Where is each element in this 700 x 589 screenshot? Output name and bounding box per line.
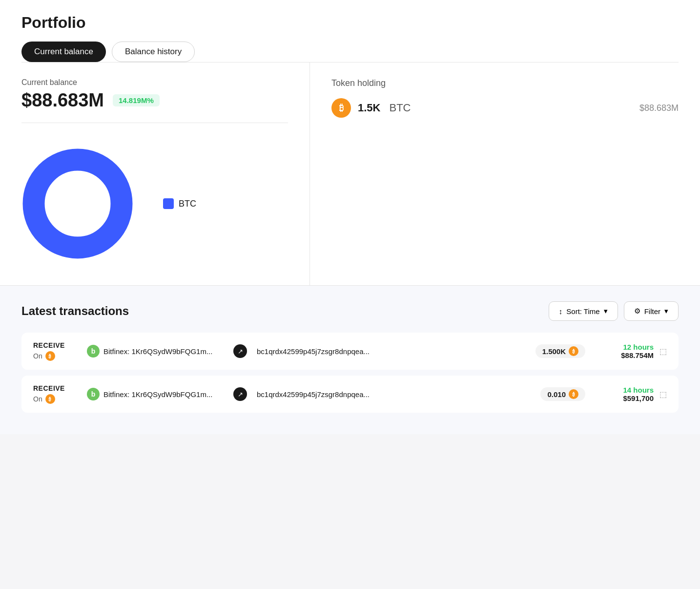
btn-group: ↕ Sort: Time ▾ ⚙ Filter ▾ [549,301,679,321]
external-link-icon[interactable]: ⬚ [659,347,667,356]
tab-balance-history[interactable]: Balance history [112,42,195,62]
token-value: $88.683M [639,103,679,113]
tx-amount-icon: ₿ [569,389,578,399]
tx-amount: 0.010 [547,390,566,399]
chart-area: BTC [21,138,288,270]
token-holding-title: Token holding [331,78,679,88]
source-text: Bitfinex: 1Kr6QSydW9bFQG1m... [103,347,212,356]
tab-bar: Current balance Balance history [21,42,679,63]
legend-label-btc: BTC [179,199,196,209]
tx-arrow-icon: ↗ [233,344,247,358]
balance-row: $88.683M 14.819M% [21,90,288,111]
table-row: RECEIVE On ₿ b Bitfinex: 1Kr6QSydW9bFQG1… [21,376,679,413]
btc-icon: ₿ [331,98,351,118]
tx-destination: bc1qrdx42599p45j7zsgr8dnpqea... [257,390,531,399]
transactions-header: Latest transactions ↕ Sort: Time ▾ ⚙ Fil… [21,301,679,321]
balance-amount: $88.683M [21,90,104,111]
svg-point-1 [51,177,104,231]
donut-chart [21,147,134,260]
sort-icon: ↕ [559,307,563,316]
page-container: Portfolio Current balance Balance histor… [0,0,700,434]
dest-text: bc1qrdx42599p45j7zsgr8dnpqea... [257,390,370,399]
token-symbol: BTC [389,102,411,114]
sort-chevron-icon: ▾ [604,307,608,316]
filter-chevron-icon: ▾ [664,307,668,316]
tx-value: $88.754M [595,351,654,359]
on-label: On [33,395,42,403]
tab-current-balance[interactable]: Current balance [21,42,106,62]
tx-amount: 1.500K [542,347,566,356]
sort-button[interactable]: ↕ Sort: Time ▾ [549,301,618,321]
tx-right-col: 14 hours $591,700 ⬚ [595,386,667,402]
external-link-icon[interactable]: ⬚ [659,390,667,399]
source-logo-icon: b [87,388,100,400]
tx-source: b Bitfinex: 1Kr6QSydW9bFQG1m... [87,345,224,358]
tx-amount-icon: ₿ [569,346,578,356]
page-title: Portfolio [21,14,679,32]
dest-text: bc1qrdx42599p45j7zsgr8dnpqea... [257,347,370,356]
legend-dot-btc [163,198,174,209]
sort-label: Sort: Time [566,307,599,316]
tx-type: RECEIVE [33,341,77,349]
balance-badge: 14.819M% [113,94,160,106]
balance-label: Current balance [21,78,288,87]
main-content: Current balance $88.683M 14.819M% BTC [0,63,700,286]
tx-time-col: 14 hours $591,700 [595,386,654,402]
tx-on: On ₿ [33,351,77,361]
on-label: On [33,352,42,360]
tx-right-col: 12 hours $88.754M ⬚ [595,343,667,359]
tx-amount-pill: 1.500K ₿ [535,344,585,358]
tx-type-col: RECEIVE On ₿ [33,341,77,361]
header: Portfolio Current balance Balance histor… [0,0,700,63]
tx-chain-icon: ₿ [45,351,55,361]
filter-button[interactable]: ⚙ Filter ▾ [624,301,679,321]
tx-chain-icon: ₿ [45,394,55,404]
table-row: RECEIVE On ₿ b Bitfinex: 1Kr6QSydW9bFQG1… [21,333,679,370]
filter-icon: ⚙ [634,307,640,316]
svg-text:b: b [91,390,96,398]
tx-value: $591,700 [595,394,654,402]
token-amount: 1.5K [358,102,380,114]
legend-btc: BTC [163,198,196,209]
chart-legend: BTC [163,198,196,209]
right-panel: Token holding ₿ 1.5K BTC $88.683M [310,63,700,285]
tx-destination: bc1qrdx42599p45j7zsgr8dnpqea... [257,347,526,356]
tx-time-col: 12 hours $88.754M [595,343,654,359]
transactions-section: Latest transactions ↕ Sort: Time ▾ ⚙ Fil… [0,286,700,434]
tx-type-col: RECEIVE On ₿ [33,384,77,404]
token-row: ₿ 1.5K BTC $88.683M [331,98,679,118]
tx-type: RECEIVE [33,384,77,392]
transactions-title: Latest transactions [21,304,549,318]
svg-text:b: b [91,347,96,355]
filter-label: Filter [644,307,660,316]
balance-divider [21,123,288,123]
source-logo-icon: b [87,345,100,358]
tx-time: 14 hours [595,386,654,394]
source-text: Bitfinex: 1Kr6QSydW9bFQG1m... [103,390,212,399]
tx-arrow-icon: ↗ [233,387,247,401]
tx-time: 12 hours [595,343,654,351]
left-panel: Current balance $88.683M 14.819M% BTC [0,63,310,285]
tx-amount-pill: 0.010 ₿ [540,387,585,401]
tx-source: b Bitfinex: 1Kr6QSydW9bFQG1m... [87,388,224,400]
tx-on: On ₿ [33,394,77,404]
